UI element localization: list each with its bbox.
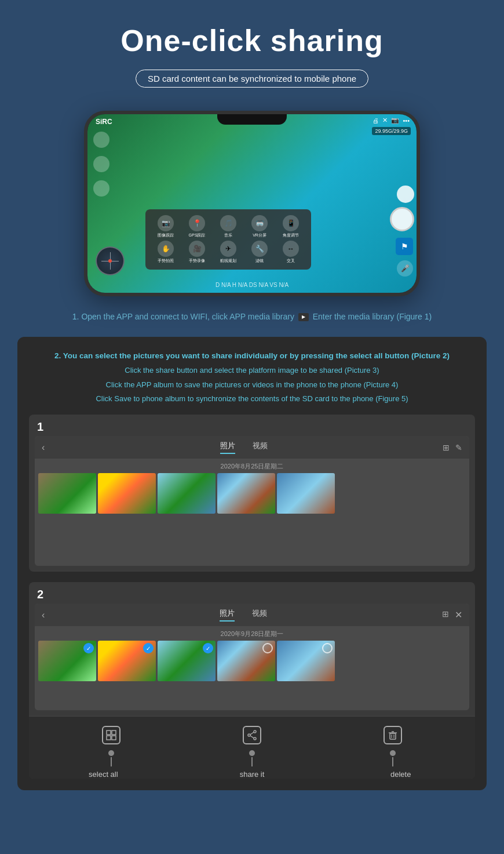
figure1-tab-videos[interactable]: 视频 <box>253 441 268 454</box>
figure2-back-btn[interactable]: ‹ <box>42 610 45 620</box>
checkmark-1: ✓ <box>83 643 94 653</box>
figure1-back-btn[interactable]: ‹ <box>42 442 45 453</box>
instruction-line-1: 2. You can select the pictures you want … <box>29 348 475 364</box>
bottom-pins <box>29 747 475 770</box>
menu-label-3: 音乐 <box>224 232 232 238</box>
phone-bottom-bar: D N/A H N/A DS N/A VS N/A <box>87 282 417 288</box>
menu-item-10: ↔ 交叉 <box>276 241 305 264</box>
pin-stick-2 <box>251 757 253 766</box>
menu-item-6: ✋ 手势拍照 <box>151 241 180 264</box>
menu-label-7: 手势录像 <box>189 258 205 264</box>
main-shutter-button[interactable] <box>390 207 414 231</box>
svg-point-5 <box>254 737 256 740</box>
phone-screen: SiRC 🖨 ✕ 📷 ••• 29.95G/29.9G 📷 图像跟踪 <box>87 114 417 293</box>
select-all-icon <box>102 726 120 744</box>
play-icon <box>298 313 309 321</box>
figure2-photo-3[interactable]: ✓ <box>158 641 216 681</box>
menu-label-5: 角度调节 <box>283 232 299 238</box>
figure1-tabs: 照片 视频 <box>50 441 437 454</box>
left-icon-2 <box>93 156 109 172</box>
shutter-button[interactable] <box>397 186 414 203</box>
page-title: One-click sharing <box>12 23 492 58</box>
instruction-line-4: Click Save to phone album to synchronize… <box>29 392 475 406</box>
checkmark-2: ✓ <box>143 643 154 653</box>
svg-rect-2 <box>107 736 111 740</box>
figure1-tab-photos[interactable]: 照片 <box>220 441 235 454</box>
figure2-photos-row: ✓ ✓ ✓ <box>35 641 469 687</box>
figure1-edit-icon: ✎ <box>455 443 462 452</box>
svg-rect-3 <box>112 736 116 740</box>
pin-stick-3 <box>392 757 393 766</box>
figure1-photo-2 <box>98 473 156 514</box>
figure2-tabs: 照片 视频 <box>50 608 436 622</box>
delete-btn[interactable] <box>323 726 463 744</box>
figure1-date: 2020年8月25日星期二 <box>35 459 469 473</box>
figure1-grid-icon: ⊞ <box>443 443 450 452</box>
menu-icon-5: 📱 <box>283 215 299 231</box>
figure2-photo-4[interactable] <box>217 641 275 681</box>
figure1-photos-row <box>35 473 469 519</box>
figure2-photo-2[interactable]: ✓ <box>98 641 156 681</box>
flag-icon: ⚑ <box>396 238 413 255</box>
menu-icon-2: 📍 <box>189 215 205 231</box>
menu-label-10: 交叉 <box>287 258 295 264</box>
pin-circle-2 <box>249 750 255 756</box>
instruction-line-2: Click the share button and select the pl… <box>29 364 475 378</box>
figure2-close-icon: ✕ <box>455 609 462 620</box>
left-icon-3 <box>93 180 109 197</box>
figure2-icons-right: ⊞ ✕ <box>442 609 462 620</box>
figure1-panel: 1 ‹ 照片 视频 ⊞ ✎ 2020年8月25日星期二 <box>29 415 475 572</box>
select-all-label: select all <box>29 770 178 779</box>
mic-icon: 🎤 <box>397 260 413 277</box>
menu-icon-10: ↔ <box>283 241 299 257</box>
figure2-date: 2020年9月28日星期一 <box>35 626 469 641</box>
delete-label: delete <box>326 770 475 779</box>
figure2-panel: 2 ‹ 照片 视频 ⊞ ✕ 2020年9月28日星期一 ✓ ✓ <box>29 582 475 779</box>
figure2-tab-videos[interactable]: 视频 <box>252 608 267 622</box>
share-btn[interactable] <box>181 726 322 744</box>
checkmark-3: ✓ <box>203 643 213 653</box>
menu-item-3: 🎵 音乐 <box>214 215 243 238</box>
checkmark-empty-1 <box>262 643 273 653</box>
figure1-media-ui: ‹ 照片 视频 ⊞ ✎ 2020年8月25日星期二 <box>35 436 469 566</box>
menu-icon-8: ✈ <box>220 241 236 257</box>
menu-label-8: 航线规划 <box>220 258 236 264</box>
svg-rect-0 <box>107 731 111 735</box>
compass-cross <box>101 252 119 270</box>
select-all-btn[interactable] <box>41 726 181 744</box>
menu-icon-6: ✋ <box>158 241 174 257</box>
left-icon-1 <box>93 132 109 148</box>
step1-text: 1. Open the APP and connect to WIFI, cli… <box>0 302 504 331</box>
figure2-spacer <box>35 687 469 710</box>
svg-rect-9 <box>390 733 396 739</box>
menu-label-9: 滤镜 <box>255 258 264 264</box>
figure2-grid-icon: ⊞ <box>442 609 449 620</box>
figure2-header: ‹ 照片 视频 ⊞ ✕ <box>35 604 469 626</box>
phone-storage: 29.95G/29.9G <box>372 127 411 135</box>
phone-brand: SiRC <box>96 118 112 126</box>
figure2-number: 2 <box>29 582 475 604</box>
menu-icon-7: 🎥 <box>189 241 205 257</box>
figure1-number: 1 <box>29 415 475 436</box>
svg-line-7 <box>250 732 254 735</box>
figure2-photo-5[interactable] <box>277 641 335 681</box>
phone-mockup: SiRC 🖨 ✕ 📷 ••• 29.95G/29.9G 📷 图像跟踪 <box>84 111 420 296</box>
menu-label-4: VR分屏 <box>253 232 266 238</box>
bottom-toolbar: select all share it delete <box>29 716 475 779</box>
menu-label-2: GPS跟踪 <box>189 232 206 238</box>
menu-item-4: 🥽 VR分屏 <box>245 215 274 238</box>
menu-icon-9: 🔧 <box>251 241 268 257</box>
figure1-photo-4 <box>217 473 275 514</box>
phone-menu-panel: 📷 图像跟踪 📍 GPS跟踪 🎵 音乐 🥽 VR分屏 📱 角度调节 <box>145 209 311 270</box>
phone-left-icons <box>93 132 109 197</box>
pin-circle-3 <box>390 750 396 756</box>
menu-item-8: ✈ 航线规划 <box>214 241 243 264</box>
phone-notch <box>217 114 287 125</box>
figure2-tab-photos[interactable]: 照片 <box>220 608 235 622</box>
phone-section: SiRC 🖨 ✕ 📷 ••• 29.95G/29.9G 📷 图像跟踪 <box>0 99 504 302</box>
figure2-photo-1[interactable]: ✓ <box>38 641 96 681</box>
menu-label-1: 图像跟踪 <box>158 232 174 238</box>
share-label: share it <box>178 770 327 779</box>
menu-icon-1: 📷 <box>158 215 174 231</box>
figure1-photo-1 <box>38 473 96 514</box>
